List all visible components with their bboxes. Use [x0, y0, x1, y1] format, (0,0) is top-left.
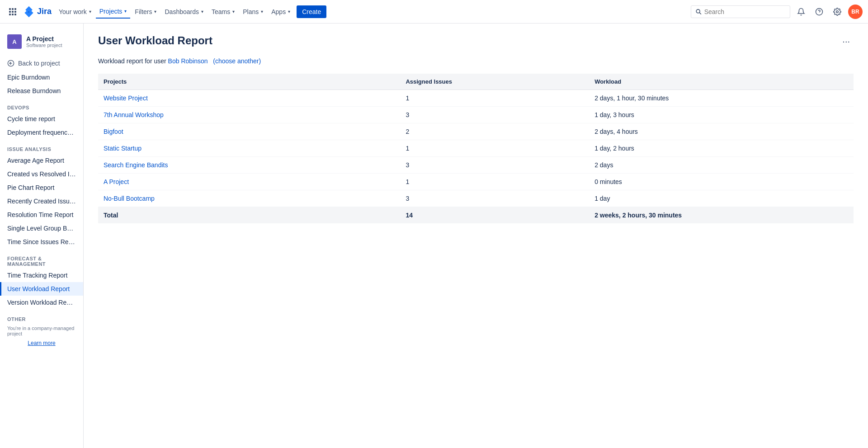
cell-issues: 3	[400, 107, 589, 123]
project-info: A Project Software project	[26, 35, 62, 48]
sidebar-item-time-since[interactable]: Time Since Issues Report	[0, 235, 83, 249]
grid-icon[interactable]	[5, 5, 20, 19]
back-icon	[7, 60, 14, 67]
project-link[interactable]: Website Project	[104, 94, 148, 102]
page-header: User Workload Report ···	[98, 34, 854, 48]
cell-project: Static Startup	[98, 140, 400, 157]
help-icon[interactable]	[812, 5, 826, 19]
table-row: A Project 1 0 minutes	[98, 174, 854, 190]
topnav: Jira Your work ▾ Projects ▾ Filters ▾ Da…	[0, 0, 868, 24]
sidebar-section-devops: DevOps	[0, 98, 83, 112]
sidebar-item-version-workload[interactable]: Version Workload Report	[0, 296, 83, 309]
svg-rect-6	[9, 14, 11, 15]
total-label: Total	[98, 207, 400, 224]
col-header-workload: Workload	[589, 74, 854, 90]
sidebar-item-pie-chart[interactable]: Pie Chart Report	[0, 181, 83, 194]
main-layout: A A Project Software project Back to pro…	[0, 24, 868, 448]
table-row: No-Bull Bootcamp 3 1 day	[98, 190, 854, 207]
table-row: Website Project 1 2 days, 1 hour, 30 min…	[98, 90, 854, 107]
project-link[interactable]: Static Startup	[104, 145, 142, 152]
project-link[interactable]: 7th Annual Workshop	[104, 111, 164, 118]
chevron-down-icon: ▾	[89, 9, 91, 14]
svg-rect-7	[12, 14, 14, 15]
create-button[interactable]: Create	[297, 5, 326, 18]
cell-issues: 1	[400, 140, 589, 157]
sidebar-item-avg-age[interactable]: Average Age Report	[0, 154, 83, 167]
nav-items: Your work ▾ Projects ▾ Filters ▾ Dashboa…	[55, 5, 689, 19]
nav-projects[interactable]: Projects ▾	[96, 5, 131, 19]
sidebar-item-cycle-time[interactable]: Cycle time report	[0, 112, 83, 126]
table-row: Bigfoot 2 2 days, 4 hours	[98, 123, 854, 140]
cell-workload: 2 days	[589, 157, 854, 174]
cell-workload: 1 day, 2 hours	[589, 140, 854, 157]
chevron-down-icon: ▾	[124, 9, 127, 14]
nav-apps[interactable]: Apps ▾	[268, 5, 294, 18]
back-to-project[interactable]: Back to project	[0, 56, 83, 71]
jira-wordmark: Jira	[37, 7, 52, 16]
sidebar-item-created-vs-resolved[interactable]: Created vs Resolved Issues ...	[0, 167, 83, 181]
sidebar-item-deployment-freq[interactable]: Deployment frequency report	[0, 126, 83, 139]
svg-rect-0	[9, 8, 11, 10]
table-row: 7th Annual Workshop 3 1 day, 3 hours	[98, 107, 854, 123]
project-link[interactable]: A Project	[104, 178, 129, 185]
cell-issues: 1	[400, 90, 589, 107]
cell-workload: 1 day, 3 hours	[589, 107, 854, 123]
nav-dashboards[interactable]: Dashboards ▾	[161, 5, 207, 18]
search-input[interactable]	[704, 8, 785, 15]
project-link[interactable]: Search Engine Bandits	[104, 161, 168, 169]
notifications-icon[interactable]	[794, 5, 808, 19]
svg-rect-3	[9, 11, 11, 13]
cell-workload: 0 minutes	[589, 174, 854, 190]
cell-issues: 3	[400, 157, 589, 174]
sidebar-section-other: Other	[0, 309, 83, 324]
project-type: Software project	[26, 42, 62, 48]
nav-plans[interactable]: Plans ▾	[239, 5, 267, 18]
chevron-down-icon: ▾	[288, 9, 290, 14]
avatar[interactable]: BR	[848, 5, 863, 19]
sidebar-item-resolution-time[interactable]: Resolution Time Report	[0, 208, 83, 222]
svg-rect-5	[14, 11, 16, 13]
svg-point-13	[836, 10, 839, 13]
table-row: Search Engine Bandits 3 2 days	[98, 157, 854, 174]
settings-icon[interactable]	[830, 5, 844, 19]
back-label: Back to project	[18, 60, 60, 67]
cell-project: Bigfoot	[98, 123, 400, 140]
chevron-down-icon: ▾	[261, 9, 263, 14]
cell-issues: 2	[400, 123, 589, 140]
choose-another-link[interactable]: (choose another)	[213, 57, 261, 65]
project-avatar: A	[7, 34, 22, 49]
total-issues: 14	[400, 207, 589, 224]
topnav-right: BR	[691, 5, 863, 19]
project-name: A Project	[26, 35, 62, 42]
jira-logo[interactable]: Jira	[23, 5, 52, 18]
sidebar-item-user-workload[interactable]: User Workload Report	[0, 282, 83, 296]
logo-area: Jira	[5, 5, 52, 19]
more-options-button[interactable]: ···	[839, 34, 854, 48]
project-link[interactable]: Bigfoot	[104, 128, 123, 135]
cell-project: Website Project	[98, 90, 400, 107]
svg-rect-4	[12, 11, 14, 13]
sidebar: A A Project Software project Back to pro…	[0, 24, 84, 448]
chevron-down-icon: ▾	[201, 9, 203, 14]
col-header-issues: Assigned Issues	[400, 74, 589, 90]
sidebar-item-release-burndown[interactable]: Release Burndown	[0, 84, 83, 98]
sidebar-item-epic-burndown[interactable]: Epic Burndown	[0, 71, 83, 84]
cell-workload: 1 day	[589, 190, 854, 207]
sidebar-item-recently-created[interactable]: Recently Created Issues Rep...	[0, 194, 83, 208]
sidebar-project: A A Project Software project	[0, 31, 83, 56]
cell-workload: 2 days, 4 hours	[589, 123, 854, 140]
svg-rect-8	[14, 14, 16, 15]
table-body: Website Project 1 2 days, 1 hour, 30 min…	[98, 90, 854, 207]
sidebar-item-time-tracking[interactable]: Time Tracking Report	[0, 269, 83, 282]
cell-issues: 3	[400, 190, 589, 207]
nav-teams[interactable]: Teams ▾	[208, 5, 238, 18]
nav-your-work[interactable]: Your work ▾	[55, 5, 95, 18]
project-link[interactable]: No-Bull Bootcamp	[104, 195, 155, 202]
nav-filters[interactable]: Filters ▾	[131, 5, 160, 18]
learn-more-link[interactable]: Learn more	[0, 338, 83, 348]
user-link[interactable]: Bob Robinson	[168, 57, 208, 65]
search-box[interactable]	[691, 5, 790, 18]
main-content: User Workload Report ··· Workload report…	[84, 24, 868, 448]
chevron-down-icon: ▾	[154, 9, 156, 14]
sidebar-item-single-level[interactable]: Single Level Group By Report	[0, 222, 83, 235]
